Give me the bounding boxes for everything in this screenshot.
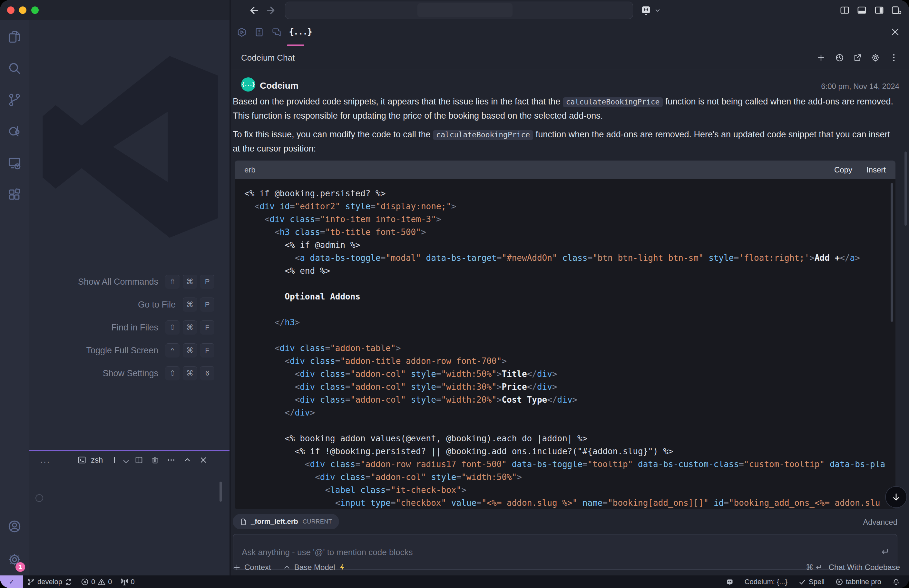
kill-terminal-icon[interactable] [150,456,160,465]
panel-divider[interactable] [229,0,231,588]
back-arrow-icon[interactable] [248,5,260,16]
shortcut-row: Find in Files⇧⌘F [39,320,214,334]
key-cap: ⇧ [165,320,179,334]
context-file-chip[interactable]: _form_left.erb CURRENT [233,514,339,529]
key-cap: ^ [165,343,179,357]
code-line: <a data-bs-toggle="modal" data-bs-target… [244,252,896,264]
chat-settings-gear-icon[interactable] [871,53,880,63]
message-paragraph: Based on the provided code snippets, it … [233,95,897,123]
tab-preview-icon[interactable] [237,27,247,37]
accounts-icon[interactable] [7,519,22,533]
file-chip-name: _form_left.erb [251,517,298,526]
key-cap: ⌘ [183,275,197,289]
code-line: <div class="addon-row radius17 font-500"… [244,458,896,471]
tab-codeium-icon[interactable]: {...} [289,26,308,36]
spell-status[interactable]: Spell [798,578,825,586]
scroll-to-bottom-button[interactable] [885,486,907,508]
key-cap: P [200,275,214,289]
model-selector[interactable]: Base Model [283,563,347,572]
key-cap: 6 [200,366,214,380]
tabnine-status[interactable]: tabnine pro [835,578,881,586]
add-context-button[interactable]: Context [233,563,271,572]
terminal-icon [77,456,86,465]
shortcut-row: Go to File⌘P [39,297,214,312]
tab-comments-icon[interactable] [271,27,282,37]
chat-history-icon[interactable] [835,53,844,63]
traffic-light-zoom[interactable] [31,6,39,14]
extensions-icon[interactable] [7,187,22,202]
code-line: </div> [244,406,896,419]
new-chat-icon[interactable] [816,53,826,63]
split-terminal-icon[interactable] [134,456,144,465]
status-bar: ✓ develop 0 0 0 Codeium: {.. [0,575,909,588]
more-actions-kebab-icon[interactable] [889,53,899,63]
toggle-secondary-sidebar-icon[interactable] [874,5,885,16]
code-block: erb Copy Insert <% if @booking.persisted… [235,160,896,509]
run-debug-icon[interactable] [7,124,22,139]
copy-code-button[interactable]: Copy [834,165,852,174]
traffic-light-close[interactable] [7,6,15,14]
terminal-more-actions-icon[interactable] [167,456,176,465]
toggle-sidebar-icon[interactable] [840,5,850,16]
code-line: <div class="addon-col" style="width:50%"… [244,367,896,380]
search-highlight [417,3,512,17]
chat-with-codebase-button[interactable]: ⌘ ↵ Chat With Codebase [806,563,900,572]
open-external-icon[interactable] [852,53,862,63]
source-control-icon[interactable] [7,93,22,107]
code-line: <% if @booking.persisted? %> [244,187,896,200]
key-cap: ⌘ [183,320,197,334]
terminal-more-actions-left[interactable]: ··· [40,457,50,467]
code-line [244,303,896,316]
copilot-status[interactable] [726,578,734,586]
code-block-header: erb Copy Insert [235,160,896,179]
active-tab-indicator [287,45,304,46]
terminal-scrollbar[interactable] [220,481,222,502]
explorer-icon[interactable] [7,30,22,44]
notifications-bell[interactable] [892,578,900,586]
code-line: <div class="addon-col" style="width:50%"… [244,471,896,483]
terminal-dropdown-icon[interactable] [121,457,128,463]
key-cap: F [200,343,214,357]
search-icon[interactable] [7,61,22,76]
chevron-down-icon[interactable] [654,6,662,14]
tab-file-edit-icon[interactable] [254,27,264,37]
chat-scrollbar[interactable] [904,152,907,226]
codeium-avatar: {...} [241,78,255,92]
message-timestamp: 6:00 pm, Nov 14, 2024 [821,82,899,91]
maximize-panel-icon[interactable] [183,456,192,465]
code-line: <div id="editor2" style="display:none;"> [244,200,896,213]
close-panel-icon[interactable] [199,456,208,465]
copilot-menu-icon[interactable] [640,4,652,16]
remote-indicator[interactable]: ✓ [0,575,23,588]
tabnine-icon [835,578,843,586]
ports-status[interactable]: 0 [121,578,135,586]
code-line [244,419,896,432]
code-line: <label class="it-check-box"> [244,483,896,496]
traffic-light-minimize[interactable] [19,6,26,14]
file-chip-current-badge: CURRENT [303,519,333,525]
customize-layout-icon[interactable] [891,5,902,16]
terminal-panel: ··· zsh [29,450,229,577]
shortcut-row: Show All Commands⇧⌘P [39,275,214,289]
insert-code-button[interactable]: Insert [867,165,886,174]
command-center-search[interactable] [285,2,633,19]
close-panel-x-icon[interactable] [890,26,901,37]
remote-explorer-icon[interactable] [7,156,22,170]
terminal-shell-label[interactable]: zsh [91,456,103,465]
code-scrollbar[interactable] [891,183,893,322]
code-line: <% end %> [244,264,896,277]
submit-return-icon[interactable] [879,547,890,557]
advanced-link[interactable]: Advanced [863,518,898,527]
inline-code: calculateBookingPrice [563,97,663,107]
shortcut-label: Find in Files [111,323,158,333]
radio-tower-icon [121,578,128,586]
vscode-window: 1 Show All Commands⇧⌘PGo to File⌘PFind i… [0,0,909,588]
toggle-panel-icon[interactable] [856,5,867,16]
problems-status[interactable]: 0 0 [81,578,112,586]
forward-arrow-icon[interactable] [265,5,276,16]
codebase-shortcut-keys: ⌘ ↵ [806,563,822,572]
codeium-status[interactable]: Codeium: {...} [744,578,788,586]
git-branch-status[interactable]: develop [27,578,73,586]
new-terminal-icon[interactable] [110,456,119,465]
code-line: <% if @admin %> [244,239,896,252]
